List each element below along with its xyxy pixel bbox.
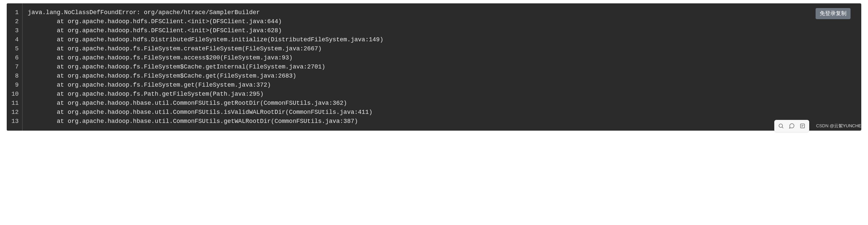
line-number: 8 bbox=[11, 71, 19, 81]
line-number: 4 bbox=[11, 35, 19, 44]
svg-rect-2 bbox=[801, 124, 805, 128]
comment-icon[interactable] bbox=[787, 121, 797, 131]
line-number: 9 bbox=[11, 81, 19, 90]
svg-line-1 bbox=[782, 127, 783, 128]
line-number: 7 bbox=[11, 62, 19, 71]
search-icon[interactable] bbox=[776, 121, 786, 131]
line-number: 6 bbox=[11, 54, 19, 62]
line-number: 5 bbox=[11, 44, 19, 54]
watermark-prefix: CSDN @ bbox=[816, 123, 834, 128]
watermark-username: 云絮YUNCHE bbox=[834, 123, 861, 128]
copy-no-login-button[interactable]: 免登录复制 bbox=[815, 8, 850, 19]
line-number: 1 bbox=[11, 8, 19, 17]
line-number-gutter: 1 2 3 4 5 6 7 8 9 10 11 12 13 bbox=[7, 3, 23, 131]
notes-icon[interactable] bbox=[798, 121, 807, 131]
line-number: 3 bbox=[11, 26, 19, 35]
watermark: CSDN @云絮YUNCHE bbox=[816, 123, 861, 129]
line-number: 10 bbox=[11, 90, 19, 99]
svg-point-0 bbox=[779, 124, 783, 128]
bottom-bar: CSDN @云絮YUNCHE bbox=[774, 120, 861, 132]
line-number: 13 bbox=[11, 117, 19, 126]
line-number: 11 bbox=[11, 99, 19, 108]
toolbar-icons bbox=[774, 120, 809, 132]
line-number: 12 bbox=[11, 108, 19, 117]
line-number: 2 bbox=[11, 17, 19, 26]
code-content[interactable]: java.lang.NoClassDefFoundError: org/apac… bbox=[23, 3, 861, 131]
code-block: 1 2 3 4 5 6 7 8 9 10 11 12 13 java.lang.… bbox=[7, 3, 861, 131]
